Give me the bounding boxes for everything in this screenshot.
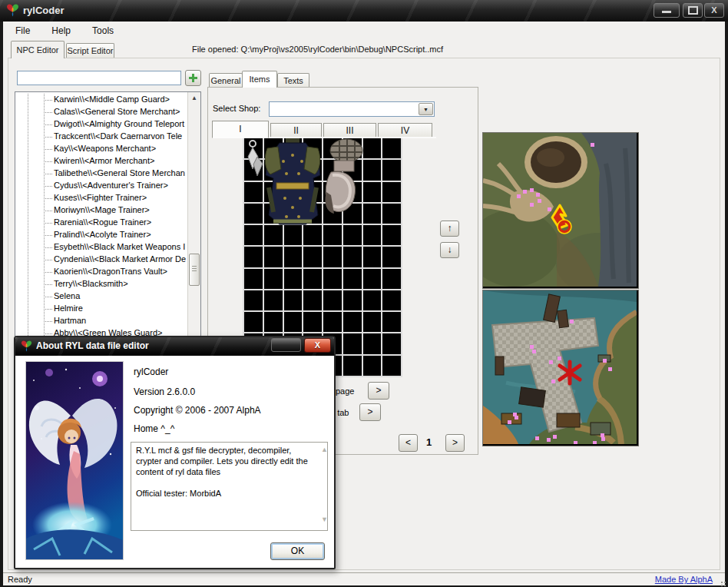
grid-cell[interactable] <box>244 182 263 202</box>
close-button[interactable]: X <box>704 3 724 18</box>
grid-cell[interactable] <box>343 312 362 332</box>
tree-item[interactable]: Kwiren\\<Armor Merchant> <box>15 155 188 167</box>
grid-cell[interactable] <box>264 247 283 267</box>
grid-cell[interactable] <box>303 225 322 245</box>
grid-cell[interactable] <box>284 138 303 158</box>
grid-cell[interactable] <box>382 160 401 180</box>
grid-cell[interactable] <box>382 182 401 202</box>
grid-cell[interactable] <box>284 182 303 202</box>
grid-cell[interactable] <box>264 312 283 332</box>
tab-script-editor[interactable]: Script Editor <box>66 43 114 58</box>
grid-cell[interactable] <box>303 182 322 202</box>
copy-page-button[interactable]: > <box>368 382 389 400</box>
tree-item[interactable]: Cydus\\<Adventurer's Trainer> <box>15 180 188 192</box>
grid-cell[interactable] <box>264 160 283 180</box>
move-up-button[interactable]: ↑ <box>440 221 459 237</box>
grid-cell[interactable] <box>284 312 303 332</box>
tree-item[interactable]: Karwin\\<Middle Camp Guard> <box>15 94 188 106</box>
tree-item[interactable]: Pralind\\<Acolyte Trainer> <box>15 229 188 241</box>
prev-page-button[interactable]: < <box>399 434 418 452</box>
tree-item[interactable]: Talibethe\\<General Store Merchan <box>15 167 188 180</box>
grid-cell[interactable] <box>363 160 382 180</box>
grid-cell[interactable] <box>284 290 303 310</box>
next-page-button[interactable]: > <box>445 434 465 452</box>
grid-cell[interactable] <box>382 356 401 376</box>
tree-item[interactable]: Trackcent\\<Dark Caernarvon Tele <box>15 131 188 143</box>
move-down-button[interactable]: ↓ <box>440 242 459 258</box>
grid-cell[interactable] <box>382 290 401 310</box>
grid-cell[interactable] <box>303 138 322 158</box>
search-input[interactable] <box>17 71 181 85</box>
shop-tab-1[interactable]: I <box>212 121 269 138</box>
grid-cell[interactable] <box>264 269 283 289</box>
tab-texts[interactable]: Texts <box>277 73 309 88</box>
grid-cell[interactable] <box>303 312 322 332</box>
tree-item[interactable]: Calas\\<General Store Merchant> <box>15 106 188 118</box>
tree-item[interactable]: Dwigot\\<Almighty Ground Teleport <box>15 118 188 131</box>
minimize-button[interactable] <box>654 3 680 18</box>
tree-item[interactable]: Hartman <box>15 315 188 327</box>
grid-cell[interactable] <box>264 138 283 158</box>
grid-cell[interactable] <box>244 247 263 267</box>
grid-cell[interactable] <box>244 138 263 158</box>
tab-items[interactable]: Items <box>242 71 277 88</box>
grid-cell[interactable] <box>323 182 342 202</box>
tree-item[interactable]: Esybeth\\<Black Market Weapons I <box>15 241 188 254</box>
description-scroll-up-icon[interactable]: ▲ <box>321 446 328 453</box>
grid-cell[interactable] <box>323 204 342 224</box>
grid-cell[interactable] <box>264 182 283 202</box>
grid-cell[interactable] <box>343 204 362 224</box>
shop-tab-3[interactable]: III <box>323 123 376 138</box>
grid-cell[interactable] <box>382 204 401 224</box>
tree-item[interactable]: Cyndenia\\<Black Market Armor De <box>15 254 188 266</box>
grid-cell[interactable] <box>244 225 263 245</box>
menu-item[interactable]: Tools <box>83 23 123 36</box>
tree-item[interactable]: Terry\\<Blacksmith> <box>15 278 188 290</box>
about-home-link[interactable]: Home ^_^ <box>134 423 174 434</box>
grid-cell[interactable] <box>323 138 342 158</box>
region-map-top[interactable] <box>482 132 639 289</box>
search-button[interactable] <box>185 70 201 86</box>
tab-npc-editor[interactable]: NPC Editor <box>11 41 65 58</box>
ok-button[interactable]: OK <box>270 542 325 560</box>
shop-tab-2[interactable]: II <box>270 123 322 138</box>
shop-tab-4[interactable]: IV <box>378 123 432 138</box>
grid-cell[interactable] <box>343 356 362 376</box>
grid-cell[interactable] <box>303 160 322 180</box>
tree-item[interactable]: Rarenia\\<Rogue Trainer> <box>15 217 188 229</box>
grid-cell[interactable] <box>363 138 382 158</box>
grid-cell[interactable] <box>303 269 322 289</box>
scroll-up-icon[interactable]: ▲ <box>188 95 200 101</box>
grid-cell[interactable] <box>244 312 263 332</box>
grid-cell[interactable] <box>363 182 382 202</box>
scrollbar-thumb[interactable] <box>189 254 200 286</box>
tree-item[interactable]: Selena <box>15 290 188 303</box>
grid-cell[interactable] <box>303 204 322 224</box>
grid-cell[interactable] <box>264 290 283 310</box>
grid-cell[interactable] <box>363 312 382 332</box>
grid-cell[interactable] <box>323 312 342 332</box>
grid-cell[interactable] <box>343 138 362 158</box>
grid-cell[interactable] <box>323 247 342 267</box>
grid-cell[interactable] <box>244 269 263 289</box>
made-by-link[interactable]: Made By AlphA <box>655 575 713 584</box>
grid-cell[interactable] <box>363 356 382 376</box>
grid-cell[interactable] <box>323 160 342 180</box>
grid-cell[interactable] <box>264 204 283 224</box>
grid-cell[interactable] <box>382 269 401 289</box>
description-scroll-down-icon[interactable]: ▼ <box>321 516 328 523</box>
grid-cell[interactable] <box>343 247 362 267</box>
grid-cell[interactable] <box>382 333 401 353</box>
grid-cell[interactable] <box>284 247 303 267</box>
grid-cell[interactable] <box>343 160 362 180</box>
grid-cell[interactable] <box>303 247 322 267</box>
about-dialog-close-button[interactable]: X <box>304 338 331 353</box>
tree-item[interactable]: Moriwyn\\<Mage Trainer> <box>15 204 188 217</box>
region-map-bottom[interactable] <box>482 290 639 446</box>
grid-cell[interactable] <box>264 225 283 245</box>
grid-cell[interactable] <box>284 269 303 289</box>
grid-cell[interactable] <box>363 290 382 310</box>
grid-cell[interactable] <box>244 160 263 180</box>
tab-general[interactable]: General <box>209 73 243 88</box>
grid-cell[interactable] <box>382 247 401 267</box>
